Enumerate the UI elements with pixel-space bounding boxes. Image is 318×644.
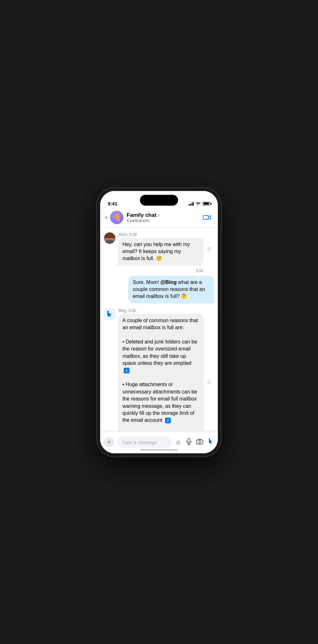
message-row: Mom, 9:29 Hey, can you help me with my e…	[100, 231, 218, 267]
sender-time: Bing, 9:34	[118, 308, 204, 313]
mention-bing: @Bing	[160, 280, 176, 285]
message-timestamp: 9:34	[100, 269, 218, 273]
bing-input-icon	[208, 438, 214, 445]
message-input[interactable]: Type a message	[117, 436, 172, 448]
dynamic-island	[140, 195, 178, 206]
svg-rect-0	[203, 216, 208, 219]
chat-title: Family chat	[127, 212, 156, 218]
message-bubble: Hey, can you help me with my email? It k…	[118, 238, 204, 265]
citation-1[interactable]: 1	[124, 368, 129, 373]
bing-input-button[interactable]	[208, 438, 214, 447]
add-attachment-button[interactable]: +	[104, 437, 114, 447]
status-time: 9:41	[108, 201, 117, 206]
status-icons	[189, 201, 211, 206]
message-content: Sure, Mom! @Bing what are a couple commo…	[128, 276, 214, 303]
message-content: Bing, 9:34 A couple of common reasons th…	[118, 308, 204, 431]
chat-header: ‹ 🍕 Family chat › 4 participants	[100, 208, 218, 227]
svg-rect-2	[188, 438, 190, 442]
sender-time: Mom, 9:29	[118, 232, 204, 237]
messages-area: Mom, 9:29 Hey, can you help me with my e…	[100, 227, 218, 431]
emoji-button[interactable]: ☺	[175, 439, 182, 446]
svg-rect-5	[197, 440, 203, 444]
camera-button[interactable]	[196, 439, 203, 446]
message-row: Sure, Mom! @Bing what are a couple commo…	[100, 274, 218, 305]
phone-frame: 9:41 ‹ 🍕	[97, 188, 221, 456]
message-row: Bing, 9:34 A couple of common reasons th…	[100, 307, 218, 431]
microphone-button[interactable]	[186, 438, 192, 447]
reaction-button[interactable]: ☺	[206, 245, 212, 252]
battery-icon	[203, 202, 210, 206]
signal-icon	[189, 202, 194, 206]
title-chevron-icon[interactable]: ›	[158, 213, 159, 218]
message-content: Mom, 9:29 Hey, can you help me with my e…	[118, 232, 204, 265]
avatar	[104, 308, 115, 320]
citation-2[interactable]: 2	[165, 418, 171, 423]
message-bubble: A couple of common reasons that an email…	[118, 314, 204, 431]
group-avatar: 🍕	[110, 211, 123, 224]
participant-count: 4 participants	[127, 218, 201, 223]
wifi-icon	[196, 201, 201, 206]
reaction-button[interactable]: ☺	[206, 379, 212, 386]
video-call-button[interactable]	[201, 212, 213, 223]
input-icons: ☺	[175, 438, 214, 447]
home-indicator	[140, 449, 178, 451]
avatar	[104, 232, 115, 244]
svg-point-6	[199, 441, 201, 443]
back-button[interactable]: ‹	[105, 213, 107, 222]
message-bubble: Sure, Mom! @Bing what are a couple commo…	[128, 276, 214, 303]
header-info: Family chat › 4 participants	[127, 212, 201, 223]
video-icon	[203, 215, 211, 220]
